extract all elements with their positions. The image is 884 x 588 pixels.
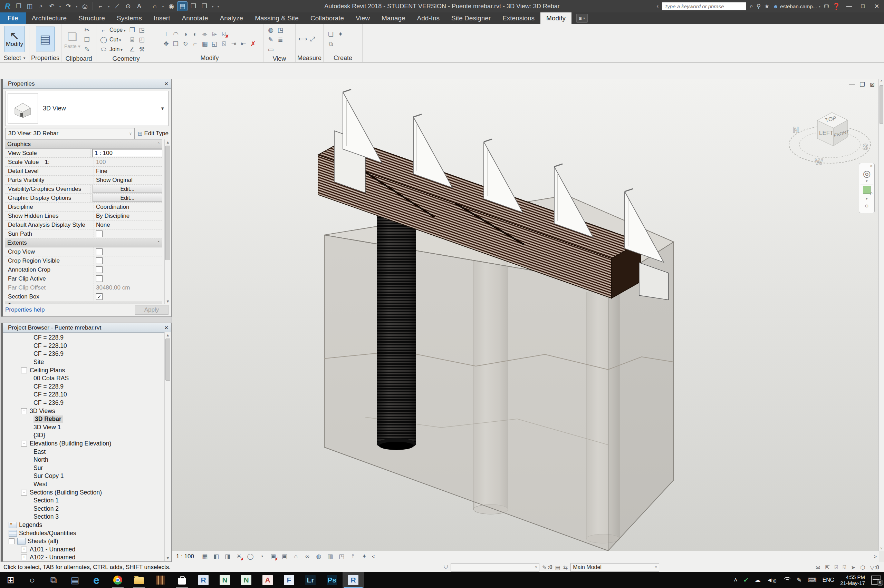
minimize-button[interactable]: — — [844, 3, 854, 10]
property-value[interactable] — [93, 256, 162, 265]
property-value[interactable]: Fine — [93, 166, 162, 175]
taskbar-photoshop[interactable]: Ps — [321, 572, 343, 588]
language-indicator[interactable]: ENG — [822, 577, 834, 583]
edit-type-button[interactable]: ⊞ Edit Type — [137, 130, 168, 137]
copy-icon[interactable]: ❏ — [171, 39, 180, 48]
search-input[interactable] — [662, 2, 746, 10]
property-value[interactable] — [93, 266, 162, 274]
scroll-down-icon[interactable]: ˅ — [879, 546, 884, 551]
tree-item[interactable]: +A101 - Unnamed — [4, 545, 163, 554]
view-restore-icon[interactable]: ❐ — [860, 81, 865, 88]
tree-item[interactable]: −3D Views — [4, 407, 163, 415]
value-checkbox[interactable] — [96, 249, 102, 255]
split-with-gap-icon[interactable]: ⌲ — [210, 30, 219, 39]
scroll-up-icon[interactable]: ˄ — [879, 79, 884, 84]
type-selector[interactable]: 3D View ▼ — [5, 91, 168, 126]
save-icon[interactable]: ◫ — [25, 2, 35, 11]
tab-systems[interactable]: Systems — [111, 12, 148, 24]
collapse-icon[interactable]: − — [21, 408, 27, 414]
drag-on-selection-icon[interactable]: ⬡ — [860, 564, 865, 571]
property-value[interactable]: Coordination — [93, 202, 162, 211]
tree-item[interactable]: Sur Copy 1 — [4, 472, 163, 480]
copy-to-clipboard-icon[interactable]: ❐ — [83, 35, 92, 44]
project-browser-close-icon[interactable]: ✕ — [164, 325, 168, 331]
collapse-icon[interactable]: − — [21, 368, 27, 374]
tree-item[interactable]: CF = 228.9 — [4, 334, 163, 342]
design-options-icon[interactable]: ▤ — [555, 564, 561, 571]
edit-button[interactable]: Edit... — [93, 194, 162, 202]
property-value[interactable] — [93, 274, 162, 283]
join-button[interactable]: ⬭Join — [99, 45, 126, 54]
beam-joins-icon[interactable]: ◰ — [137, 35, 146, 44]
open-icon[interactable]: ❐ — [14, 2, 24, 11]
lightbulb-icon[interactable]: ◍ — [266, 26, 275, 34]
match-type-icon[interactable]: ✎ — [83, 45, 92, 54]
value-checkbox[interactable]: ✓ — [96, 293, 102, 300]
property-value[interactable]: By Discipline — [93, 212, 162, 220]
split-element-icon[interactable]: ⌯ — [200, 30, 209, 39]
property-value[interactable]: None — [93, 220, 162, 229]
tab-annotate[interactable]: Annotate — [176, 12, 214, 24]
taskbar-books-library[interactable] — [150, 572, 171, 588]
taskbar-revit-active[interactable]: R — [343, 572, 364, 588]
tree-item[interactable]: Section 1 — [4, 496, 163, 505]
mirror-draw-axis-icon[interactable]: ◐ — [191, 30, 200, 39]
palette-drag-edge[interactable] — [1, 323, 3, 561]
redo-drop-icon[interactable]: ▾ — [75, 2, 79, 11]
measure-icon[interactable]: ⟋ — [112, 2, 122, 11]
app-store-cart-icon[interactable]: ⛁ — [824, 3, 829, 10]
tray-expand-icon[interactable]: ˄ — [734, 577, 738, 584]
filter-icon[interactable]: ▽:0 — [870, 564, 879, 571]
tab-analyze[interactable]: Analyze — [214, 12, 249, 24]
edit-button[interactable]: Edit... — [93, 185, 162, 193]
tab-view[interactable]: View — [350, 12, 376, 24]
taskbar-lightroom[interactable]: Lr — [300, 572, 321, 588]
palette-drag-edge[interactable] — [1, 79, 3, 316]
tree-item[interactable]: +A102 - Unnamed — [4, 554, 163, 560]
search-icon[interactable]: ⌕ — [750, 3, 753, 10]
move-icon[interactable]: ✥ — [162, 39, 171, 48]
link-icon[interactable]: ⇆ — [563, 564, 568, 571]
temporary-view-properties-icon[interactable]: ▥ — [326, 552, 334, 561]
undo-icon[interactable]: ↶ — [47, 2, 57, 11]
action-center-icon[interactable]: 5 — [871, 576, 881, 585]
hscroll-right-icon[interactable]: > — [874, 554, 879, 560]
pin-icon[interactable]: ⍄ — [219, 39, 229, 48]
taskbar-file-explorer[interactable] — [128, 572, 150, 588]
tree-item[interactable]: CF = 228.9 — [4, 382, 163, 391]
close-button[interactable]: ✕ — [872, 3, 882, 10]
property-value[interactable]: 100 — [93, 158, 162, 166]
tree-item[interactable]: CF = 236.9 — [4, 399, 163, 407]
clock[interactable]: 4:55 PM 21-May-17 — [840, 574, 865, 586]
revit-logo-icon[interactable]: R — [3, 2, 12, 11]
expand-icon[interactable]: + — [21, 555, 27, 560]
mirror-pick-axis-icon[interactable]: ◑ — [181, 30, 190, 39]
ribbon-display-toggle[interactable]: ◙▾ — [576, 14, 588, 23]
delete-icon[interactable]: ✗ — [249, 39, 258, 48]
scroll-down-icon[interactable]: ▼ — [165, 555, 171, 561]
array-icon[interactable]: ▦ — [200, 39, 209, 48]
tree-item[interactable]: −Sheets (all) — [4, 537, 163, 546]
tree-item[interactable]: West — [4, 480, 163, 489]
property-value[interactable]: Edit... — [90, 184, 162, 193]
apply-button[interactable]: Apply — [135, 305, 168, 315]
measure-between-icon[interactable]: ⟷ — [298, 34, 307, 44]
tree-item[interactable]: {3D} — [4, 431, 163, 440]
taskbar-cortana-search[interactable]: ○ — [21, 572, 43, 588]
collapse-icon[interactable]: − — [21, 441, 27, 447]
taskbar-store[interactable] — [171, 572, 193, 588]
tab-site-designer[interactable]: Site Designer — [445, 12, 496, 24]
tab-structure[interactable]: Structure — [72, 12, 111, 24]
tree-item[interactable]: North — [4, 456, 163, 464]
taskbar-navisworks-manage[interactable]: N — [214, 572, 236, 588]
taskbar-task-view[interactable]: ⧉ — [43, 572, 64, 588]
model-canvas[interactable]: N S W TOP LEFT FRONT — ❐ ⊠ ✕ ◎ — [172, 79, 879, 551]
properties-scrollbar[interactable]: ▲ ▼ — [164, 140, 171, 304]
select-pinned-toggle-icon[interactable]: ⍌ — [843, 564, 846, 570]
shadows-off-icon[interactable]: ◯ — [246, 552, 254, 561]
tab-manage[interactable]: Manage — [376, 12, 411, 24]
dropbox-icon[interactable]: ✔ — [743, 576, 749, 584]
modify-tool-button[interactable]: ↖ Modify — [5, 26, 24, 52]
tree-item[interactable]: 3D Rebar — [4, 415, 163, 423]
property-value[interactable]: 1 : 100 — [90, 149, 162, 158]
